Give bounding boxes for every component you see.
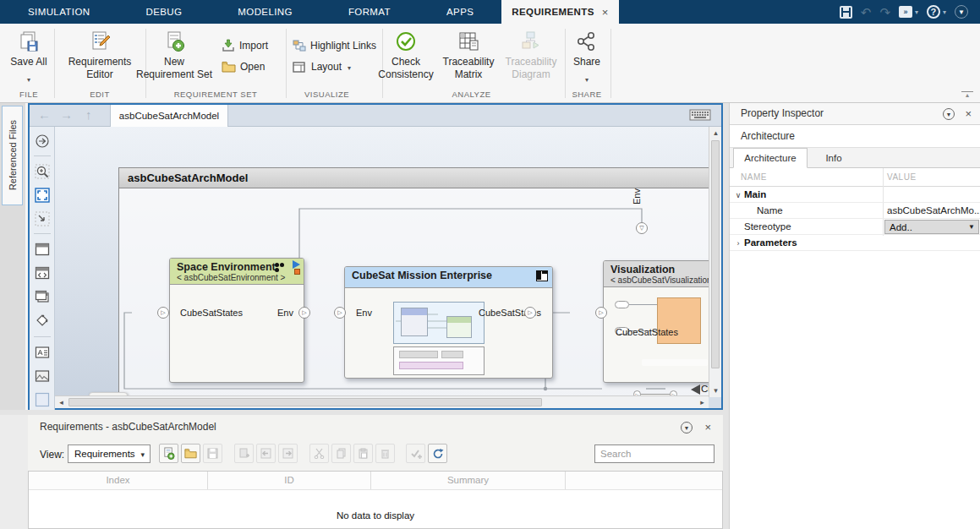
block-space-environment[interactable]: Space Environment < asbCubeSatEnvironmen… (169, 258, 304, 383)
vertical-scroll-thumb[interactable] (711, 140, 720, 368)
tab-debug[interactable]: DEBUG (118, 0, 210, 24)
new-requirement-set-button[interactable]: New Requirement Set (134, 30, 215, 81)
save-all-icon (18, 30, 40, 52)
undo-icon[interactable]: ↶ (861, 6, 872, 19)
annotation-icon[interactable] (35, 345, 50, 360)
help-button[interactable]: ?▾ (927, 5, 946, 19)
referenced-files-tab[interactable]: Referenced Files (2, 106, 23, 205)
zoom-to-region-icon[interactable] (35, 211, 50, 226)
open-button[interactable]: Open (222, 61, 265, 73)
tab-apps[interactable]: APPS (419, 0, 501, 24)
panel-menu-icon[interactable]: ▼ (943, 108, 955, 120)
requirements-panel-title: Requirements - asbCubeSatArchModel (40, 421, 216, 433)
software-component-icon[interactable] (35, 265, 50, 281)
tab-info[interactable]: Info (808, 148, 860, 168)
scroll-left-icon[interactable]: ◂ (55, 396, 68, 409)
chevron-expanded-icon[interactable]: ∨ (732, 188, 744, 204)
refresh-button[interactable] (428, 444, 447, 463)
name-column-header: NAME (741, 172, 767, 182)
share-label: Share (573, 56, 600, 68)
property-value[interactable]: asbCubeSatArchMo... (887, 203, 980, 219)
scroll-right-icon[interactable]: ▸ (696, 396, 709, 409)
block-mission-header: CubeSat Mission Enterprise (345, 267, 552, 288)
block-cubesat-mission-enterprise[interactable]: CubeSat Mission Enterprise Env CubeSatSt… (344, 266, 553, 379)
ribbon-divider (610, 29, 611, 98)
group-row-parameters[interactable]: ›Parameters (730, 235, 980, 251)
variant-component-icon[interactable] (35, 289, 50, 304)
model-tab[interactable]: asbCubeSatArchModel (110, 105, 228, 127)
group-row-main[interactable]: ∨Main (730, 187, 980, 203)
image-icon[interactable] (35, 368, 50, 384)
redo-icon[interactable]: ↷ (879, 6, 890, 19)
horizontal-scrollbar[interactable]: ◂ ▸ (55, 395, 709, 408)
scroll-up-icon[interactable]: ▴ (709, 127, 722, 139)
output-port-icon[interactable]: ▷ (524, 307, 536, 319)
delete-button (375, 444, 395, 463)
section-label-analyze: ANALYZE (389, 90, 554, 99)
close-panel-icon[interactable]: × (704, 422, 711, 433)
toolstrip-toggle-icon[interactable]: ▼ (955, 5, 968, 19)
block-visualization[interactable]: Visualization < asbCubeSatVisualization … (603, 260, 709, 383)
input-port-icon[interactable]: ▷ (595, 307, 607, 319)
tab-requirements[interactable]: REQUIREMENTS × (501, 0, 618, 24)
zoom-in-icon[interactable] (35, 164, 50, 179)
share-button[interactable]: Share (568, 30, 605, 85)
tab-simulation[interactable]: SIMULATION (0, 0, 118, 24)
vertical-splitter[interactable] (723, 103, 729, 529)
diagram-canvas[interactable]: asbCubeSatArchModel Space Environ (55, 127, 709, 397)
layout-button[interactable]: Layout (293, 61, 351, 73)
new-requirement-set-button[interactable] (159, 444, 178, 463)
add-requirement-icon (238, 448, 249, 459)
scroll-down-icon[interactable]: ▾ (709, 384, 722, 397)
tab-modeling[interactable]: MODELING (210, 0, 320, 24)
traceability-diagram-label: Traceability Diagram (501, 56, 561, 81)
chevron-collapsed-icon[interactable]: › (732, 236, 744, 252)
up-to-parent-icon[interactable]: ↑ (85, 107, 92, 122)
top-input-port-icon[interactable]: ▽ (636, 222, 648, 234)
input-port-icon[interactable]: ▷ (157, 307, 169, 319)
component-icon[interactable] (35, 242, 50, 257)
horizontal-scroll-thumb[interactable] (68, 398, 542, 406)
block-stereotype: < asbCubeSatEnvironment > (177, 273, 298, 282)
search-input[interactable] (594, 444, 714, 463)
save-icon[interactable] (840, 6, 852, 19)
traceability-matrix-button[interactable]: Traceability Matrix (438, 30, 499, 81)
view-dropdown[interactable]: Requirements (68, 444, 151, 463)
close-tab-icon[interactable]: × (602, 6, 609, 19)
close-panel-icon[interactable]: × (965, 108, 972, 119)
import-button[interactable]: Import (222, 39, 268, 52)
save-all-button[interactable]: Save All (8, 30, 49, 85)
stereotype-dropdown[interactable]: Add.. (884, 220, 979, 234)
requirements-editor-button[interactable]: Requirements Editor (59, 30, 140, 81)
vertical-scrollbar[interactable]: ▴ ▾ (709, 127, 721, 397)
collapse-ribbon-icon[interactable]: ▴ (961, 91, 973, 98)
help-icon: ? (927, 5, 940, 19)
column-header-index[interactable]: Index (29, 472, 208, 489)
tab-architecture[interactable]: Architecture (733, 148, 808, 168)
keyboard-icon[interactable] (689, 109, 711, 121)
hide-palette-icon[interactable] (35, 134, 50, 149)
forward-icon[interactable]: → (60, 107, 73, 122)
column-header-summary[interactable]: Summary (371, 472, 566, 489)
panel-menu-icon[interactable]: ▼ (681, 422, 693, 434)
check-consistency-icon (395, 30, 417, 52)
area-icon[interactable] (35, 392, 50, 407)
fit-to-view-icon[interactable] (35, 188, 50, 203)
check-consistency-button[interactable]: Check Consistency (376, 30, 435, 81)
add-requirement-button (234, 444, 254, 463)
open-requirement-set-button[interactable] (181, 444, 200, 463)
column-header-id[interactable]: ID (208, 472, 371, 489)
property-row-name[interactable]: Name asbCubeSatArchMo... (730, 203, 980, 219)
port-label: Env (277, 308, 293, 318)
publish-button[interactable]: »▾ (899, 6, 918, 18)
highlight-links-button[interactable]: Highlight Links (293, 39, 376, 52)
input-port-icon[interactable]: ▷ (334, 307, 346, 319)
back-icon[interactable]: ← (38, 107, 51, 122)
run-status-icons (293, 260, 300, 275)
adapter-icon[interactable] (35, 313, 50, 328)
quick-access-toolbar: ↶ ↷ »▾ ?▾ ▼ (840, 0, 980, 24)
demote-requirement-button (278, 444, 298, 463)
property-row-stereotype[interactable]: Stereotype Add.. (730, 219, 980, 235)
output-port-icon[interactable]: ▷ (298, 307, 310, 319)
tab-format[interactable]: FORMAT (320, 0, 419, 24)
